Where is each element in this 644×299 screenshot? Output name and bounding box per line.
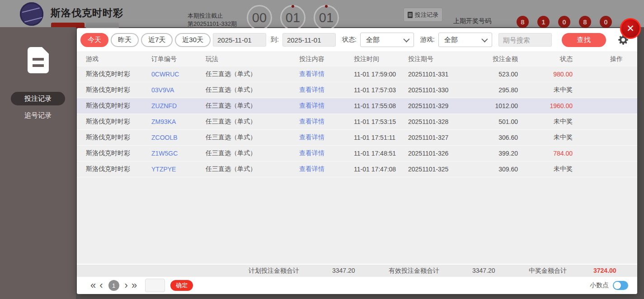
close-icon[interactable]: ✕ xyxy=(620,18,641,39)
date-to-input[interactable] xyxy=(282,33,336,47)
win-total-value: 3724.00 xyxy=(593,267,616,274)
quick-range-button[interactable]: 昨天 xyxy=(111,33,139,47)
current-page-badge[interactable]: 1 xyxy=(108,280,119,291)
chevron-down-icon xyxy=(403,36,409,43)
partial-button-gray xyxy=(86,23,119,28)
play-cell: 任三直选（单式） xyxy=(206,165,299,173)
table-empty-area xyxy=(77,177,637,264)
planned-total-label: 计划投注金额合计 xyxy=(249,267,299,275)
amount-cell: 399.20 xyxy=(467,150,518,157)
view-detail-link[interactable]: 查看详情 xyxy=(299,102,354,110)
document-icon xyxy=(408,12,413,18)
period-cell: 20251101-328 xyxy=(408,118,467,125)
view-detail-link[interactable]: 查看详情 xyxy=(299,149,354,157)
status-select[interactable]: 全部 xyxy=(360,33,414,47)
table-row: 斯洛伐克时时彩Z1W5GC任三直选（单式）查看详情11-01 17:48:512… xyxy=(77,146,637,161)
records-document-icon xyxy=(28,47,49,73)
order-id-link[interactable]: YTZPYE xyxy=(151,166,206,173)
game-cell: 斯洛伐克时时彩 xyxy=(86,86,151,94)
column-header: 玩法 xyxy=(206,55,299,63)
quick-range-button[interactable]: 近7天 xyxy=(141,33,173,47)
chevron-down-icon xyxy=(481,36,488,43)
draw-number-ball: 8 xyxy=(517,16,529,28)
planned-total-value: 3347.20 xyxy=(332,267,355,274)
view-detail-link[interactable]: 查看详情 xyxy=(299,133,354,142)
confirm-page-button[interactable]: 确定 xyxy=(170,280,193,291)
countdown-timer: 000101 xyxy=(247,5,339,30)
time-cell: 11-01 17:48:51 xyxy=(354,150,408,157)
amount-cell: 523.00 xyxy=(467,71,518,78)
time-cell: 11-01 17:55:08 xyxy=(354,102,408,109)
bet-records-button: 投注记录 xyxy=(404,8,442,22)
view-detail-link[interactable]: 查看详情 xyxy=(299,70,354,78)
play-cell: 任三直选（单式） xyxy=(206,86,299,94)
last-page-icon[interactable]: » xyxy=(130,280,139,290)
time-cell: 11-01 17:53:15 xyxy=(354,118,408,125)
view-detail-link[interactable]: 查看详情 xyxy=(299,118,354,126)
first-page-icon[interactable]: « xyxy=(89,280,98,290)
order-id-link[interactable]: ZUZNFD xyxy=(151,102,206,109)
valid-total-label: 有效投注金额合计 xyxy=(389,267,439,275)
table-row: 斯洛伐克时时彩ZM93KA任三直选（单式）查看详情11-01 17:53:152… xyxy=(77,114,637,130)
game-cell: 斯洛伐克时时彩 xyxy=(86,118,151,126)
time-cell: 11-01 17:51:11 xyxy=(354,134,408,141)
last-draw-numbers: 81080 xyxy=(517,16,612,28)
column-header: 投注金额 xyxy=(467,55,518,63)
decimal-toggle[interactable] xyxy=(613,281,628,290)
screen: 斯洛伐克时时彩 本期投注截止 第20251101-332期 000101 投注记… xyxy=(0,0,644,299)
play-cell: 任三直选（单式） xyxy=(206,133,299,142)
period-cell: 20251101-326 xyxy=(408,150,467,157)
play-cell: 任三直选（单式） xyxy=(206,149,299,157)
filter-bar: 今天昨天近7天近30天 到: 状态: 全部 游戏: 全部 查找 xyxy=(77,28,637,52)
amount-cell: 295.80 xyxy=(467,86,518,94)
status-cell: 980.00 xyxy=(518,71,573,78)
column-header: 投注内容 xyxy=(299,55,354,63)
column-header: 投注时间 xyxy=(354,55,408,63)
game-select[interactable]: 全部 xyxy=(438,33,492,47)
next-page-icon[interactable]: › xyxy=(123,280,130,290)
date-from-input[interactable] xyxy=(213,33,266,47)
table-header: 游戏订单编号玩法投注内容投注时间投注期号投注金额状态操作 xyxy=(77,52,637,66)
view-detail-link[interactable]: 查看详情 xyxy=(299,165,354,173)
order-id-link[interactable]: ZCOOLB xyxy=(151,134,206,141)
status-cell: 未中奖 xyxy=(518,118,573,126)
draw-number-ball: 0 xyxy=(600,16,612,28)
amount-cell: 306.60 xyxy=(467,134,518,141)
order-id-link[interactable]: Z1W5GC xyxy=(151,150,206,157)
prev-page-icon[interactable]: ‹ xyxy=(98,280,104,290)
period-cell: 20251101-327 xyxy=(408,134,467,141)
column-header: 状态 xyxy=(518,55,573,63)
table-row: 斯洛伐克时时彩ZCOOLB任三直选（单式）查看详情11-01 17:51:112… xyxy=(77,130,637,146)
quick-range-button[interactable]: 今天 xyxy=(80,33,108,47)
status-cell: 未中奖 xyxy=(518,133,573,142)
bet-records-label: 投注记录 xyxy=(415,11,438,19)
period-cell: 20251101-330 xyxy=(408,86,467,94)
page-number-input[interactable] xyxy=(145,279,165,292)
sidebar-item-chase-records[interactable]: 追号记录 xyxy=(11,109,65,122)
amount-cell: 1012.00 xyxy=(467,102,518,109)
page-header: 斯洛伐克时时彩 本期投注截止 第20251101-332期 000101 投注记… xyxy=(0,0,644,27)
period-cell: 20251101-329 xyxy=(408,102,467,109)
quick-range-button[interactable]: 近30天 xyxy=(175,33,211,47)
table-row: 斯洛伐克时时彩03V9VA任三直选（单式）查看详情11-01 17:57:032… xyxy=(77,82,637,98)
time-cell: 11-01 17:47:08 xyxy=(354,166,408,173)
game-cell: 斯洛伐克时时彩 xyxy=(86,102,151,110)
bet-records-modal: 今天昨天近7天近30天 到: 状态: 全部 游戏: 全部 查找 xyxy=(77,28,637,294)
time-cell: 11-01 17:59:00 xyxy=(354,71,408,78)
table-body: 斯洛伐克时时彩0CWRUC任三直选（单式）查看详情11-01 17:59:002… xyxy=(77,66,637,177)
sidebar-item-bet-records[interactable]: 投注记录 xyxy=(11,92,65,105)
view-detail-link[interactable]: 查看详情 xyxy=(299,86,354,94)
countdown-circle: 01 xyxy=(314,5,339,30)
order-id-link[interactable]: 0CWRUC xyxy=(151,71,206,78)
period-search-input[interactable] xyxy=(498,33,552,47)
page-title: 斯洛伐克时时彩 xyxy=(51,6,123,20)
play-cell: 任三直选（单式） xyxy=(206,102,299,110)
order-id-link[interactable]: ZM93KA xyxy=(151,118,206,125)
records-side-panel: 投注记录 追号记录 xyxy=(0,27,76,299)
draw-number-ball: 8 xyxy=(579,16,591,28)
draw-number-ball: 1 xyxy=(537,16,550,28)
search-button[interactable]: 查找 xyxy=(562,33,606,47)
status-cell: 未中奖 xyxy=(518,165,573,173)
period-cell: 20251101-325 xyxy=(408,166,467,173)
order-id-link[interactable]: 03V9VA xyxy=(151,86,206,94)
